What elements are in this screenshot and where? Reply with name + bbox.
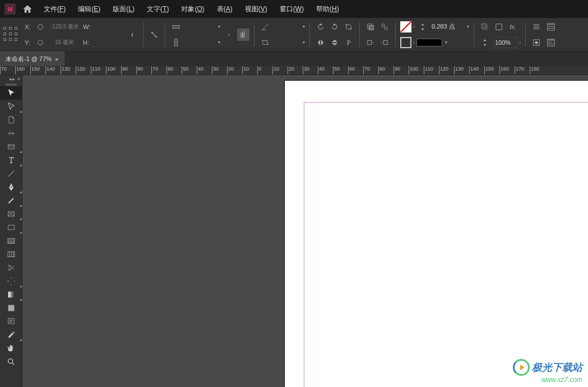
menu-edit[interactable]: 编辑(E) bbox=[73, 2, 105, 16]
arrange-group bbox=[364, 20, 391, 49]
menu-view[interactable]: 视图(V) bbox=[240, 2, 272, 16]
placement-p-icon[interactable]: P bbox=[342, 36, 355, 49]
chevron-down-icon[interactable]: ▾ bbox=[303, 40, 305, 45]
stroke-style-swatch[interactable] bbox=[416, 39, 442, 46]
rotate-angle-icon bbox=[259, 21, 271, 33]
canvas-area[interactable]: 极光下载站 www.xz7.com bbox=[22, 75, 588, 387]
rot-flip-group: P bbox=[314, 20, 355, 49]
svg-point-4 bbox=[346, 24, 351, 29]
wrap-mode-icon[interactable] bbox=[530, 36, 543, 49]
divider bbox=[254, 22, 254, 47]
toolbox-header: ▸▸ × bbox=[0, 75, 22, 83]
fx-icon[interactable]: fx. bbox=[507, 21, 519, 33]
pencil-tool[interactable] bbox=[0, 194, 22, 207]
menu-layout[interactable]: 版面(L) bbox=[108, 2, 139, 16]
opacity-icon[interactable] bbox=[493, 21, 505, 33]
gradient-swatch-tool[interactable] bbox=[0, 288, 22, 301]
toolbox bbox=[0, 86, 22, 369]
pen-tool[interactable] bbox=[0, 180, 22, 194]
zoom-tool[interactable] bbox=[0, 355, 22, 369]
wrap-none-icon[interactable] bbox=[530, 21, 543, 33]
chevron-right-icon[interactable]: › bbox=[519, 40, 521, 45]
shear-icon bbox=[259, 36, 271, 49]
scale-y-input[interactable] bbox=[184, 37, 215, 48]
document-tab[interactable]: 未命名-1 @ 77% × bbox=[0, 52, 64, 66]
home-icon[interactable] bbox=[22, 4, 33, 14]
chevron-down-icon[interactable]: ▾ bbox=[218, 40, 220, 45]
chevron-right-icon[interactable]: › bbox=[413, 24, 415, 30]
scissors-tool[interactable] bbox=[0, 261, 22, 274]
hand-tool[interactable] bbox=[0, 342, 22, 355]
close-tab-icon[interactable]: × bbox=[55, 56, 58, 63]
selection-tool[interactable] bbox=[0, 86, 22, 100]
stroke-color-swatch[interactable] bbox=[400, 37, 411, 48]
direct-selection-tool[interactable] bbox=[0, 100, 22, 113]
select-container-icon[interactable] bbox=[364, 21, 377, 33]
chevron-right-icon[interactable]: › bbox=[413, 40, 415, 45]
stroke-weight-input[interactable] bbox=[430, 21, 464, 32]
eyedropper-tool[interactable] bbox=[0, 328, 22, 342]
fill-none-swatch[interactable] bbox=[400, 21, 411, 32]
chevron-down-icon[interactable]: ▾ bbox=[467, 24, 469, 29]
align-panel-icon[interactable] bbox=[545, 21, 557, 33]
line-tool[interactable] bbox=[0, 167, 22, 180]
reference-point-grid[interactable] bbox=[3, 27, 19, 43]
table-horizontal-tool[interactable] bbox=[0, 234, 22, 248]
svg-point-25 bbox=[8, 269, 10, 271]
select-prev-icon[interactable] bbox=[364, 36, 377, 49]
divider bbox=[309, 22, 310, 47]
note-tool[interactable] bbox=[0, 315, 22, 328]
rotate-input[interactable] bbox=[273, 21, 300, 32]
link-scale-icon[interactable] bbox=[223, 22, 235, 47]
rotate-180-icon[interactable] bbox=[342, 21, 355, 33]
zoom-stepper-icon[interactable] bbox=[479, 36, 491, 49]
menu-file[interactable]: 文件(F) bbox=[39, 2, 70, 16]
rotate-ccw-icon[interactable] bbox=[328, 21, 341, 33]
x-input[interactable] bbox=[48, 21, 81, 32]
svg-rect-13 bbox=[496, 24, 502, 30]
rotate-cw-icon[interactable] bbox=[314, 21, 327, 33]
collapse-icon[interactable]: ▸▸ bbox=[10, 76, 15, 82]
h-input[interactable] bbox=[92, 37, 124, 48]
table-vertical-tool[interactable] bbox=[0, 248, 22, 261]
close-panel-icon[interactable]: × bbox=[17, 76, 20, 82]
gap-tool[interactable] bbox=[0, 127, 22, 140]
attach-icon[interactable] bbox=[237, 29, 249, 41]
scale-x-icon bbox=[170, 21, 182, 33]
free-transform-tool[interactable] bbox=[0, 274, 22, 288]
menu-table[interactable]: 表(A) bbox=[212, 2, 237, 16]
link-wh-icon[interactable] bbox=[126, 22, 138, 47]
menu-help[interactable]: 帮助(H) bbox=[312, 2, 344, 16]
rectangle-frame-tool[interactable] bbox=[0, 207, 22, 221]
zoom-input[interactable] bbox=[493, 37, 517, 48]
flip-v-icon[interactable] bbox=[328, 36, 341, 49]
menu-window[interactable]: 窗口(W) bbox=[275, 2, 308, 16]
chevron-down-icon[interactable]: ▾ bbox=[445, 40, 447, 45]
y-input[interactable] bbox=[48, 37, 81, 48]
type-tool[interactable] bbox=[0, 153, 22, 167]
select-content-icon[interactable] bbox=[378, 21, 391, 33]
scale-x-input[interactable] bbox=[184, 21, 215, 32]
flip-h-icon[interactable] bbox=[314, 36, 327, 49]
content-collector-tool[interactable] bbox=[0, 140, 22, 153]
chevron-down-icon[interactable]: ▾ bbox=[218, 24, 220, 29]
w-input[interactable] bbox=[92, 21, 124, 32]
shear-input[interactable] bbox=[273, 37, 300, 48]
divider bbox=[525, 22, 526, 47]
svg-rect-29 bbox=[8, 305, 15, 311]
chevron-down-icon[interactable]: ▾ bbox=[303, 24, 305, 29]
align-panel2-icon[interactable] bbox=[545, 36, 557, 49]
stroke-stepper-icon[interactable] bbox=[416, 21, 429, 33]
menu-type[interactable]: 文字(T) bbox=[142, 2, 173, 16]
dropshadow-icon[interactable] bbox=[479, 21, 491, 33]
gradient-feather-tool[interactable] bbox=[0, 301, 22, 315]
rectangle-tool[interactable] bbox=[0, 221, 22, 234]
scale-group: ▾ ▾ bbox=[170, 20, 220, 49]
menu-object[interactable]: 对象(O) bbox=[177, 2, 209, 16]
no-constraint-icon[interactable] bbox=[148, 29, 160, 41]
svg-rect-18 bbox=[8, 144, 15, 149]
select-next-icon[interactable] bbox=[378, 36, 391, 49]
page-tool[interactable] bbox=[0, 113, 22, 127]
svg-point-0 bbox=[38, 24, 43, 29]
y-label: Y: bbox=[25, 39, 33, 46]
